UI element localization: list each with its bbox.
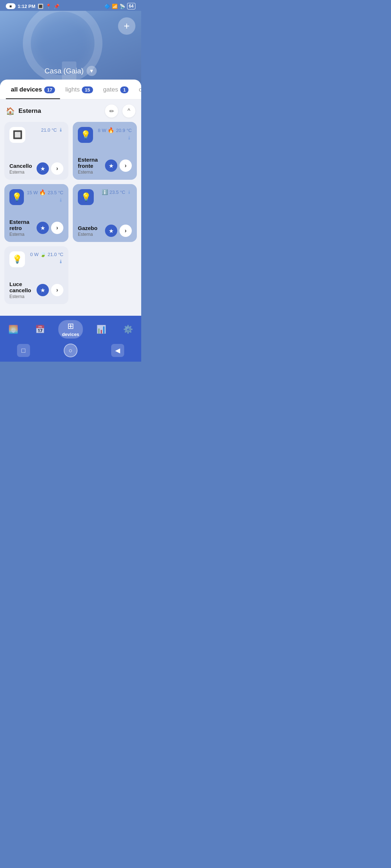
recent-apps-button[interactable]: □ — [17, 344, 30, 357]
bulb-off-icon: 💡 — [12, 255, 22, 264]
header-area: + Casa (Gaia) ▼ — [0, 11, 141, 83]
scenes-icon: 🌅 — [8, 325, 18, 334]
luce-cancello-name: Luce cancello — [9, 281, 37, 293]
gazebo-icon-box: 💡 — [78, 189, 94, 205]
thermo-icon: 🌡 — [58, 259, 63, 264]
card-top: 💡 15 W 🔥 23.5 °C 🌡 — [9, 189, 63, 205]
nav-settings[interactable]: ⚙️ — [119, 323, 136, 336]
tab-out-label: out — [139, 86, 141, 93]
esterna-fronte-info: Esterna fronte Esterna — [78, 157, 105, 175]
status-left: ■ 1:12 PM 🔳 📍 📌 — [6, 3, 59, 9]
section-title: 🏠 Esterna — [6, 107, 41, 115]
nav-stats[interactable]: 📊 — [93, 323, 110, 336]
home-selector-chevron[interactable]: ▼ — [87, 66, 97, 76]
luce-cancello-star-button[interactable]: ★ — [37, 284, 49, 296]
fire-icon: 🔥 — [39, 189, 46, 196]
esterna-fronte-room: Esterna — [78, 170, 105, 175]
esterna-fronte-detail-button[interactable]: › — [119, 159, 132, 172]
section-title-text: Esterna — [18, 107, 41, 115]
gazebo-star-button[interactable]: ★ — [105, 225, 117, 237]
system-nav: □ ○ ◀ — [0, 341, 141, 362]
esterna-fronte-stats: 8 W 🔥 20.9 °C 🌡 — [93, 127, 132, 141]
nav-devices[interactable]: ⊞ devices — [58, 320, 83, 339]
esterna-retro-stats: 15 W 🔥 23.5 °C 🌡 — [24, 189, 63, 203]
luce-cancello-info: Luce cancello Esterna — [9, 281, 37, 299]
nav-scenes[interactable]: 🌅 — [5, 323, 22, 336]
device-card-gazebo[interactable]: 💡 ℹ️ 23.5 °C 🌡 Gazebo Esterna ★ › — [73, 184, 137, 242]
tab-lights[interactable]: lights 15 — [60, 80, 98, 99]
tab-all-badge: 17 — [44, 86, 55, 93]
esterna-retro-actions: ★ › — [37, 222, 63, 234]
gazebo-info: Gazebo Esterna — [78, 225, 97, 237]
status-time: 1:12 PM — [18, 4, 35, 9]
status-bar: ■ 1:12 PM 🔳 📍 📌 🔷 📶 📡 64 — [0, 0, 141, 11]
esterna-retro-room: Esterna — [9, 232, 37, 237]
wifi-icon: 📡 — [119, 4, 125, 9]
tab-gates-badge: 1 — [120, 86, 129, 93]
esterna-retro-star-button[interactable]: ★ — [37, 222, 49, 234]
esterna-retro-info: Esterna retro Esterna — [9, 219, 37, 237]
battery-icon: 64 — [127, 3, 135, 9]
device-card-esterna-retro[interactable]: 💡 15 W 🔥 23.5 °C 🌡 Esterna retro Esterna… — [4, 184, 68, 242]
edit-section-button[interactable]: ✏ — [105, 105, 118, 118]
tabs-bar: all devices 17 lights 15 gates 1 out — [0, 80, 141, 99]
nfc-icon: 🔳 — [38, 4, 43, 9]
thermo-icon: 🌡 — [127, 135, 132, 141]
location-icon: 📍 — [46, 4, 51, 9]
card-bottom: Gazebo Esterna ★ › — [78, 225, 132, 237]
luce-cancello-detail-button[interactable]: › — [51, 284, 63, 296]
esterna-retro-watt: 15 W — [27, 190, 38, 195]
tab-gates[interactable]: gates 1 — [98, 80, 134, 99]
tab-all-label: all devices — [11, 86, 42, 93]
section-actions: ✏ ^ — [105, 105, 135, 118]
esterna-retro-name: Esterna retro — [9, 219, 37, 231]
gazebo-detail-button[interactable]: › — [119, 225, 132, 237]
back-button[interactable]: ◀ — [111, 344, 124, 357]
cancello-name: Cancello — [9, 163, 32, 169]
device-card-cancello[interactable]: 🔲 21.0 °C 🌡 Cancello Esterna ★ › — [4, 122, 68, 180]
schedule-icon: 📅 — [35, 325, 45, 334]
status-right: 🔷 📶 📡 64 — [104, 3, 135, 9]
device-card-luce-cancello[interactable]: 💡 0 W 🍃 21.0 °C 🌡 Luce cancello Esterna … — [4, 246, 68, 304]
card-bottom: Cancello Esterna ★ › — [9, 162, 63, 175]
esterna-retro-icon-box: 💡 — [9, 189, 24, 205]
add-device-button[interactable]: + — [118, 17, 135, 35]
device-card-esterna-fronte[interactable]: 💡 8 W 🔥 20.9 °C 🌡 Esterna fronte Esterna… — [73, 122, 137, 180]
bulb-icon: 💡 — [12, 192, 22, 202]
card-top: 🔲 21.0 °C 🌡 — [9, 127, 63, 143]
esterna-fronte-temp: 20.9 °C — [116, 128, 132, 133]
home-title: Casa (Gaia) — [45, 67, 84, 75]
bluetooth-icon: 🔷 — [104, 4, 110, 9]
cancello-stats: 21.0 °C 🌡 — [41, 127, 63, 133]
gazebo-actions: ★ › — [105, 225, 132, 237]
gazebo-name: Gazebo — [78, 225, 97, 231]
tab-out[interactable]: out — [134, 80, 141, 99]
esterna-fronte-name: Esterna fronte — [78, 157, 105, 169]
nav-devices-label: devices — [62, 332, 79, 337]
leaf-icon: 🍃 — [40, 251, 46, 257]
cancello-icon-box: 🔲 — [9, 127, 25, 143]
luce-cancello-temp: 21.0 °C — [47, 252, 63, 257]
header-title-area[interactable]: Casa (Gaia) ▼ — [45, 66, 97, 76]
esterna-fronte-icon-box: 💡 — [78, 127, 93, 143]
devices-icon: ⊞ — [67, 322, 74, 331]
cancello-star-button[interactable]: ★ — [37, 162, 49, 175]
home-section-icon: 🏠 — [6, 107, 15, 115]
esterna-fronte-star-button[interactable]: ★ — [105, 159, 117, 172]
nav-schedule[interactable]: 📅 — [31, 323, 49, 336]
cancello-actions: ★ › — [37, 162, 63, 175]
tab-all-devices[interactable]: all devices 17 — [6, 80, 60, 99]
main-content: all devices 17 lights 15 gates 1 out 🏠 E… — [0, 80, 141, 316]
cancello-detail-button[interactable]: › — [51, 162, 63, 175]
card-top: 💡 8 W 🔥 20.9 °C 🌡 — [78, 127, 132, 143]
esterna-fronte-watt: 8 W — [98, 128, 106, 133]
thermo-icon: 🌡 — [58, 197, 63, 203]
esterna-retro-detail-button[interactable]: › — [51, 222, 63, 234]
luce-cancello-icon-box: 💡 — [9, 251, 25, 267]
home-button[interactable]: ○ — [64, 344, 77, 357]
luce-cancello-stats: 0 W 🍃 21.0 °C 🌡 — [25, 251, 63, 264]
collapse-section-button[interactable]: ^ — [122, 105, 135, 118]
gazebo-stats: ℹ️ 23.5 °C 🌡 — [102, 189, 132, 195]
luce-cancello-watt: 0 W — [30, 252, 38, 257]
section-header-esterna: 🏠 Esterna ✏ ^ — [0, 99, 141, 122]
